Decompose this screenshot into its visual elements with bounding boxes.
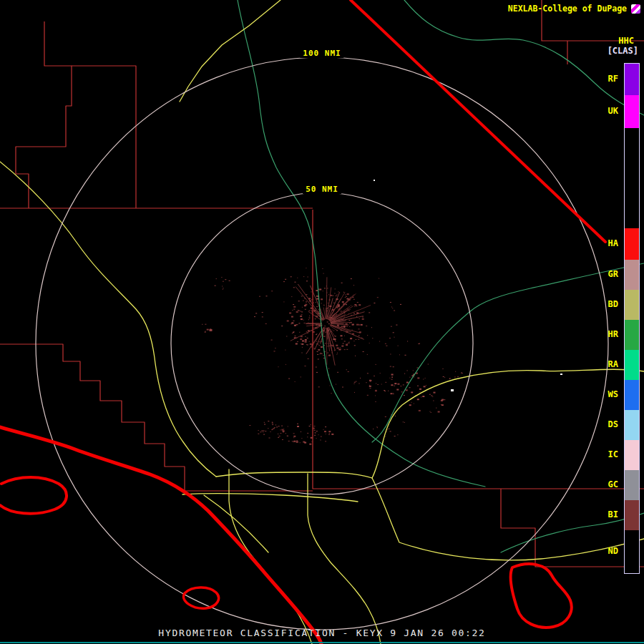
range-rings <box>36 57 608 630</box>
river-line <box>404 0 644 115</box>
river-line <box>501 513 644 552</box>
highway-line <box>308 474 381 644</box>
footer-divider-line <box>0 642 644 643</box>
footer: HYDROMETEOR CLASSIFICATION - KEYX 9 JAN … <box>0 628 644 638</box>
radar-echo-layer <box>202 268 463 445</box>
highway-line <box>0 162 216 477</box>
highway-line <box>216 472 372 478</box>
legend-units-label: [CLAS] <box>608 46 638 56</box>
artifact-specks <box>374 180 562 391</box>
radar-display: NEXLAB-College of DuPage HHC [CLAS] RFUK… <box>0 0 644 644</box>
legend-swatch-HA <box>625 228 639 260</box>
county-boundary-lines <box>0 0 644 567</box>
river-line <box>238 0 485 487</box>
legend-swatch-BI <box>625 500 639 530</box>
page-title: NEXLAB-College of DuPage <box>508 4 627 14</box>
interstate-line <box>0 477 67 514</box>
range-ring-50nmi <box>171 192 473 494</box>
highway-line <box>182 493 358 502</box>
county-line <box>72 66 136 208</box>
radar-map <box>0 0 644 644</box>
legend-swatch-ND <box>625 530 639 573</box>
legend-swatch-BD <box>625 290 639 320</box>
legend-colorbar <box>624 63 640 574</box>
legend-swatch-IC <box>625 440 639 470</box>
cod-logo-icon <box>631 4 640 14</box>
county-line <box>0 344 313 491</box>
county-line <box>313 210 644 489</box>
legend-swatch-GC <box>625 470 639 500</box>
range-ring-100nmi <box>36 57 608 630</box>
interstate-line <box>511 564 572 628</box>
highway-line <box>204 495 268 552</box>
highway-line <box>372 369 644 478</box>
product-code-label: HHC <box>618 36 634 46</box>
interstate-line <box>0 427 321 644</box>
legend-swatch-DS <box>625 410 639 440</box>
range-ring-label-100nmi: 100 NMI <box>300 49 343 58</box>
legend-swatch-UK <box>625 95 639 128</box>
interstate-line <box>184 587 219 608</box>
highway-line <box>372 478 644 560</box>
legend-swatch-RF <box>625 64 639 95</box>
legend-swatch-gap <box>625 128 639 228</box>
highway-line <box>180 0 280 102</box>
interstate-lines <box>0 0 605 644</box>
product-status-text: HYDROMETEOR CLASSIFICATION - KEYX 9 JAN … <box>158 628 485 638</box>
range-ring-label-50nmi: 50 NMI <box>303 185 341 194</box>
legend-swatch-HR <box>625 320 639 350</box>
interstate-line <box>351 0 605 242</box>
legend-swatch-WS <box>625 380 639 410</box>
legend-swatch-GR <box>625 260 639 290</box>
highway-lines <box>0 0 644 644</box>
header: NEXLAB-College of DuPage <box>508 4 640 14</box>
county-line <box>16 21 72 208</box>
legend-swatch-RA <box>625 350 639 380</box>
